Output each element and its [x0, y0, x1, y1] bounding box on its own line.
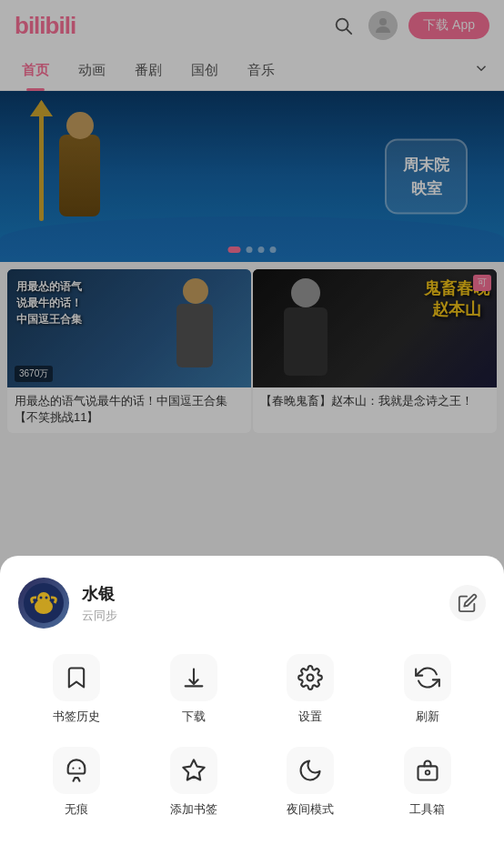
menu-grid: 书签历史 下载 设置 刷新	[18, 654, 486, 818]
svg-point-5	[37, 592, 50, 605]
menu-item-download[interactable]: 下载	[136, 654, 253, 725]
menu-label-toolbox: 工具箱	[409, 801, 445, 818]
menu-item-incognito[interactable]: 无痕	[18, 747, 136, 818]
avatar-image	[18, 578, 69, 629]
svg-marker-9	[183, 759, 204, 780]
bottom-sheet: 水银 云同步 书签历史 下载	[0, 556, 504, 845]
svg-point-6	[40, 597, 43, 599]
menu-item-settings[interactable]: 设置	[252, 654, 369, 725]
menu-label-add-bookmark: 添加书签	[170, 801, 217, 818]
menu-icon-refresh	[404, 654, 451, 701]
menu-icon-incognito	[53, 747, 100, 794]
svg-point-8	[307, 675, 314, 681]
menu-icon-download	[170, 654, 217, 701]
menu-icon-toolbox	[404, 747, 451, 794]
menu-label-download: 下载	[182, 709, 206, 725]
menu-label-night-mode: 夜间模式	[287, 801, 334, 818]
edit-profile-button[interactable]	[449, 585, 486, 621]
menu-item-add-bookmark[interactable]: 添加书签	[136, 747, 253, 818]
menu-label-settings: 设置	[298, 709, 322, 725]
menu-item-night-mode[interactable]: 夜间模式	[252, 747, 369, 818]
menu-label-incognito: 无痕	[65, 801, 88, 818]
svg-rect-10	[418, 766, 437, 780]
user-section: 水银 云同步	[18, 578, 486, 629]
svg-point-7	[45, 597, 48, 599]
user-sync: 云同步	[82, 608, 449, 624]
menu-item-bookmark[interactable]: 书签历史	[18, 654, 136, 725]
user-avatar[interactable]	[18, 578, 69, 629]
user-info: 水银 云同步	[82, 583, 449, 624]
menu-item-toolbox[interactable]: 工具箱	[369, 747, 487, 818]
user-name: 水银	[82, 583, 449, 605]
menu-icon-night-mode	[287, 747, 334, 794]
menu-item-refresh[interactable]: 刷新	[369, 654, 487, 725]
menu-icon-settings	[287, 654, 334, 701]
menu-label-refresh: 刷新	[416, 709, 439, 725]
svg-point-11	[425, 770, 429, 775]
menu-icon-bookmark	[53, 654, 100, 701]
menu-icon-add-bookmark	[170, 747, 217, 794]
menu-label-bookmark: 书签历史	[53, 709, 100, 725]
